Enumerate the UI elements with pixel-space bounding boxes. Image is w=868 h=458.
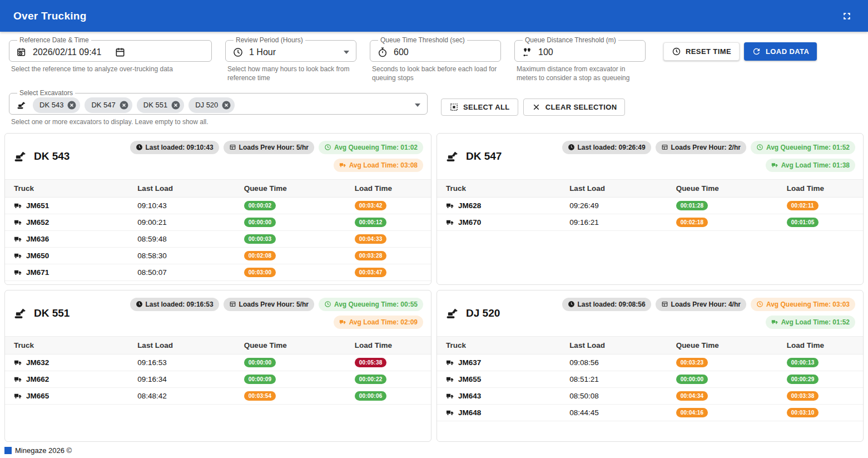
truck-name: JM628 <box>458 201 481 210</box>
chip-remove-icon[interactable] <box>171 100 181 110</box>
app-header: Over Trucking <box>0 0 868 32</box>
review-period-value: 1 Hour <box>249 47 276 57</box>
excavator-chip-label: DK 543 <box>39 101 63 109</box>
queue-time-badge: 00:03:23 <box>676 358 708 367</box>
truck-row: JM643 08:50:08 00:04:34 00:03:38 <box>437 387 863 404</box>
dropdown-caret-icon[interactable] <box>344 51 349 54</box>
excavator-panel: DJ 520 Last loaded: 09:08:56 Loads Prev … <box>437 290 864 442</box>
queue-time-threshold-input[interactable]: Queue Time Threshold (sec) 600 <box>370 37 501 62</box>
queue-time-badge: 00:00:02 <box>244 201 276 210</box>
truck-name: JM637 <box>458 358 481 367</box>
filter-actions: RESET TIME LOAD DATA <box>663 42 817 61</box>
excavator-icon <box>16 100 27 111</box>
load-time-badge: 00:03:47 <box>355 268 387 277</box>
queue-time-badge: 00:00:00 <box>244 358 276 367</box>
excavator-icon <box>13 306 28 321</box>
footer: Minegaze 2026 © <box>0 442 868 458</box>
last-load-time: 09:08:56 <box>561 354 667 371</box>
column-header-last-load: Last Load <box>561 179 667 197</box>
loads-prev-hour-badge: Loads Prev Hour: 5/hr <box>224 298 314 311</box>
truck-row: JM670 09:16:21 00:02:18 00:01:05 <box>437 214 863 230</box>
select-all-button[interactable]: SELECT ALL <box>441 99 518 116</box>
truck-row: JM628 09:26:49 00:01:28 00:02:11 <box>437 197 863 214</box>
excavator-chip[interactable]: DK 543 <box>33 97 80 113</box>
clear-x-icon <box>532 102 541 112</box>
queue-time-badge: 00:00:00 <box>676 375 708 384</box>
excavator-chip-label: DK 551 <box>143 101 167 109</box>
queue-time-threshold-field: Queue Time Threshold (sec) 600 Seconds t… <box>370 37 501 82</box>
load-data-label: LOAD DATA <box>766 47 809 56</box>
avg-queueing-time-badge: Avg Queueing Time: 03:03 <box>751 298 855 311</box>
chip-remove-icon[interactable] <box>67 100 77 110</box>
excavator-chip[interactable]: DJ 520 <box>189 97 235 113</box>
review-period-label: Review Period (Hours) <box>234 37 305 43</box>
column-header-queue-time: Queue Time <box>235 179 346 197</box>
reference-datetime-input[interactable]: Reference Date & Time 2026/02/11 09:41 <box>9 37 212 62</box>
last-loaded-badge: Last loaded: 09:10:43 <box>130 141 219 154</box>
queue-distance-threshold-input[interactable]: Queue Distance Threshold (m) 100 <box>514 37 646 62</box>
truck-icon <box>446 392 454 400</box>
truck-row: JM662 09:16:34 00:00:09 00:00:22 <box>5 371 431 387</box>
truck-row: JM650 08:58:30 00:02:08 00:03:28 <box>5 247 431 264</box>
last-load-time: 08:50:08 <box>561 387 667 404</box>
load-data-button[interactable]: LOAD DATA <box>744 42 817 61</box>
reset-time-button[interactable]: RESET TIME <box>663 42 740 61</box>
column-header-last-load: Last Load <box>128 179 235 197</box>
reference-datetime-field: Reference Date & Time 2026/02/11 09:41 S… <box>9 37 212 73</box>
review-period-select[interactable]: Review Period (Hours) 1 Hour <box>225 37 356 62</box>
truck-table-header-row: Truck Last Load Queue Time Load Time <box>437 336 863 354</box>
truck-name: JM643 <box>458 392 481 400</box>
truck-icon <box>14 235 22 243</box>
truck-row: JM655 08:51:21 00:00:00 00:00:29 <box>437 371 863 387</box>
excavator-panel: DK 547 Last loaded: 09:26:49 Loads Prev … <box>437 133 864 285</box>
truck-table-header-row: Truck Last Load Queue Time Load Time <box>5 179 431 197</box>
excavator-dropdown-caret-icon[interactable] <box>415 104 420 107</box>
excavator-name: DK 551 <box>34 307 70 319</box>
excavator-chip[interactable]: DK 551 <box>137 97 184 113</box>
last-loaded-badge: Last loaded: 09:16:53 <box>130 298 219 311</box>
reference-datetime-label: Reference Date & Time <box>17 37 91 43</box>
excavator-multiselect[interactable]: Select Excavators DK 543 DK 547 DK 551 D… <box>9 90 428 115</box>
queue-time-badge: 00:01:28 <box>676 201 708 210</box>
avg-queueing-time-badge: Avg Queueing Time: 00:55 <box>319 298 423 311</box>
chip-remove-icon[interactable] <box>221 100 231 110</box>
last-load-time: 08:50:07 <box>128 264 235 280</box>
truck-name: JM648 <box>458 408 481 417</box>
load-time-badge: 00:05:38 <box>355 358 387 367</box>
fullscreen-button[interactable] <box>839 8 855 24</box>
clear-selection-label: CLEAR SELECTION <box>545 103 617 111</box>
excavator-chip-label: DK 547 <box>91 101 115 109</box>
load-time-badge: 00:03:10 <box>787 408 819 417</box>
panel-badges: Last loaded: 09:26:49 Loads Prev Hour: 2… <box>510 141 855 172</box>
column-header-truck: Truck <box>437 179 561 197</box>
last-load-time: 09:26:49 <box>561 197 667 214</box>
avg-load-time-badge: Avg Load Time: 01:52 <box>766 316 855 329</box>
excavator-helper-text: Select one or more excavators to display… <box>9 117 428 126</box>
select-all-icon <box>449 102 459 112</box>
last-load-time: 09:16:34 <box>128 371 235 387</box>
truck-row: JM651 09:10:43 00:00:02 00:03:42 <box>5 197 431 214</box>
clear-selection-button[interactable]: CLEAR SELECTION <box>523 99 626 116</box>
truck-name: JM662 <box>26 375 49 383</box>
excavator-chip[interactable]: DK 547 <box>85 97 132 113</box>
chip-remove-icon[interactable] <box>119 100 129 110</box>
queue-distance-helper-text: Maximum distance from excavator in meter… <box>514 65 646 82</box>
truck-row: JM636 08:59:48 00:00:03 00:04:33 <box>5 230 431 247</box>
truck-table-header-row: Truck Last Load Queue Time Load Time <box>437 179 863 197</box>
queue-time-threshold-label: Queue Time Threshold (sec) <box>378 37 467 43</box>
column-header-load-time: Load Time <box>778 336 863 354</box>
excavator-panel: DK 543 Last loaded: 09:10:43 Loads Prev … <box>4 133 431 285</box>
calendar-icon[interactable] <box>115 47 126 58</box>
avg-queueing-time-badge: Avg Queueing Time: 01:52 <box>751 141 855 154</box>
truck-icon <box>14 375 22 383</box>
column-header-load-time: Load Time <box>346 179 431 197</box>
truck-icon <box>14 252 22 260</box>
queue-distance-threshold-value: 100 <box>538 47 553 57</box>
truck-row: JM632 09:16:53 00:00:00 00:05:38 <box>5 354 431 371</box>
loads-prev-hour-badge: Loads Prev Hour: 5/hr <box>224 141 314 154</box>
last-load-time: 09:16:53 <box>128 354 235 371</box>
excavator-name: DK 547 <box>466 150 502 162</box>
truck-icon <box>14 218 22 226</box>
brand-square-icon <box>4 447 12 454</box>
reference-helper-text: Select the reference time to analyze ove… <box>9 65 212 73</box>
